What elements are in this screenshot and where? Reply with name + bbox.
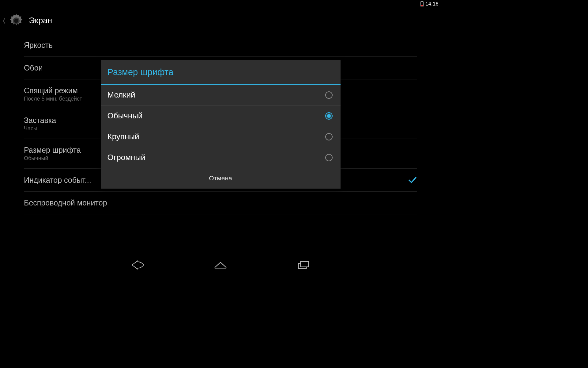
svg-rect-4 [300,262,308,267]
dialog-overlay: Размер шрифта Мелкий Обычный Крупный Огр… [0,0,441,276]
dialog-title: Размер шрифта [101,60,341,85]
radio-icon[interactable] [325,154,333,161]
option-label: Мелкий [107,90,135,100]
nav-home-button[interactable] [211,259,230,271]
option-label: Огромный [107,153,145,162]
nav-bar [0,254,441,276]
font-size-dialog: Размер шрифта Мелкий Обычный Крупный Огр… [101,60,341,189]
radio-icon[interactable] [325,133,333,140]
font-option-huge[interactable]: Огромный [101,147,341,168]
option-label: Крупный [107,132,139,141]
radio-icon[interactable] [325,91,333,99]
nav-recent-button[interactable] [294,259,312,271]
radio-checked-icon[interactable] [325,112,333,120]
font-option-large[interactable]: Крупный [101,126,341,147]
nav-back-button[interactable] [129,259,147,271]
font-option-normal[interactable]: Обычный [101,105,341,126]
cancel-button[interactable]: Отмена [101,168,341,189]
font-option-small[interactable]: Мелкий [101,85,341,105]
option-label: Обычный [107,111,143,121]
